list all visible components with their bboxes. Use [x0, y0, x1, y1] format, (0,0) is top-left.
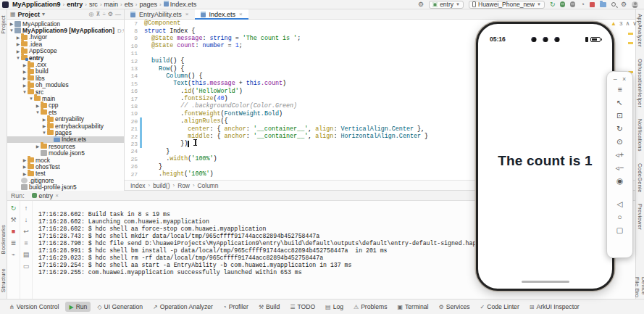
sidebar-item-project[interactable]: Project: [0, 15, 7, 33]
tree-toggle-icon[interactable]: ▶: [15, 49, 21, 54]
tree-item[interactable]: ▶libs: [7, 75, 124, 81]
power-icon[interactable]: ⊙: [616, 138, 623, 146]
scroll-end-icon[interactable]: ≡: [24, 239, 28, 247]
editor-breadcrumb-item[interactable]: Column: [198, 182, 219, 189]
stop-button[interactable]: [590, 2, 595, 7]
tree-item[interactable]: ▶mock: [7, 157, 124, 163]
tab-entryability-ets[interactable]: EntryAbility.ets×: [125, 9, 195, 19]
volume-down-icon[interactable]: ◃−: [616, 164, 624, 172]
sidebar-item-structure[interactable]: Structure: [0, 268, 7, 292]
tree-toggle-icon[interactable]: ▼: [15, 56, 21, 60]
locate-file-icon[interactable]: ◎: [89, 11, 94, 17]
tree-item[interactable]: ▶test: [7, 170, 124, 177]
print-icon[interactable]: ▤: [23, 251, 30, 258]
tool-window-button-services[interactable]: ⚙Services: [435, 302, 473, 312]
rotate-icon[interactable]: ↻: [616, 125, 623, 133]
sidebar-item-obfuscationhelper[interactable]: ObfuscationHelper: [637, 59, 643, 107]
tree-item[interactable]: ▶entryability: [7, 115, 124, 122]
tool-window-button-code-linter[interactable]: ✓Code Linter: [477, 302, 523, 312]
tab-index-ets[interactable]: Index.ets×: [195, 9, 248, 19]
debug-button[interactable]: [560, 1, 565, 7]
tree-item[interactable]: ▶MyApplication: [7, 20, 124, 27]
minimize-icon[interactable]: –: [614, 75, 617, 83]
tree-item[interactable]: ▶cpp: [7, 102, 124, 109]
breadcrumb[interactable]: MyApplication9›entry›src›main›ets›pages›…: [12, 1, 196, 8]
breadcrumb-item[interactable]: src: [89, 1, 98, 8]
tree-toggle-icon[interactable]: ▶: [15, 41, 21, 46]
soft-wrap-icon[interactable]: ↩: [23, 228, 29, 235]
expand-all-icon[interactable]: ÷: [102, 11, 105, 17]
settings-sync-icon[interactable]: ⚙: [418, 1, 424, 8]
sidebar-item-appanalyzer[interactable]: AppAnalyzer: [637, 14, 643, 47]
sidebar-item-bookmarks[interactable]: Bookmarks: [0, 225, 7, 254]
close-icon[interactable]: ×: [55, 192, 59, 199]
tree-item[interactable]: ▼MyApplication9 [MyApplication]D:\huawei…: [7, 27, 124, 33]
tool-window-button-terminal[interactable]: ▣Terminal: [393, 302, 432, 312]
tree-toggle-icon[interactable]: ▶: [41, 123, 47, 128]
inspection-widget[interactable]: ▲ 3 ∧ ∨: [611, 20, 637, 28]
settings-icon[interactable]: ⚙: [621, 1, 627, 8]
run-tab-entry[interactable]: entry ×: [29, 192, 62, 199]
run-configuration-select[interactable]: entry ▼: [429, 1, 464, 9]
pointer-icon[interactable]: ↖: [616, 99, 623, 107]
device-select[interactable]: Huawei_Phone_new ▼: [469, 1, 545, 9]
tree-item[interactable]: ▶.cxx: [7, 61, 124, 67]
scrollbar-warning-mark[interactable]: [628, 33, 633, 35]
device-file-browser-icon[interactable]: [600, 2, 606, 7]
breadcrumb-item[interactable]: ets: [125, 1, 133, 8]
stop-icon[interactable]: ■: [12, 228, 15, 235]
tool-window-button-run[interactable]: ▶Run: [65, 302, 91, 312]
search-everywhere-icon[interactable]: [611, 2, 616, 7]
tree-toggle-icon[interactable]: ▼: [41, 131, 47, 135]
sidebar-item-previewer[interactable]: Previewer: [637, 204, 643, 230]
tree-item[interactable]: ▶AppScope: [7, 48, 124, 54]
tool-window-button-version-control[interactable]: ⋔Version Control: [6, 302, 62, 312]
run-button[interactable]: ↻: [550, 1, 556, 8]
tree-toggle-icon[interactable]: ▶: [9, 21, 14, 26]
collapse-all-icon[interactable]: ⊼: [96, 11, 101, 17]
home-icon[interactable]: ○: [617, 213, 622, 221]
project-panel-title[interactable]: Project: [18, 11, 41, 18]
tree-toggle-icon[interactable]: ▶: [22, 75, 28, 80]
sidebar-item-codegenie[interactable]: CodeGenie: [637, 163, 643, 193]
tree-item[interactable]: .gitignore: [7, 177, 124, 183]
layout-icon[interactable]: ≣: [11, 239, 17, 247]
build-settings-icon[interactable]: ⚒: [10, 216, 16, 223]
screenshot-icon[interactable]: ⊡: [616, 112, 623, 120]
tree-toggle-icon[interactable]: ▶: [22, 83, 28, 88]
close-icon[interactable]: ×: [185, 11, 189, 17]
tree-toggle-icon[interactable]: ▶: [15, 35, 21, 40]
tree-toggle-icon[interactable]: ▶: [35, 103, 41, 108]
avatar[interactable]: [632, 1, 638, 8]
tree-toggle-icon[interactable]: ▼: [35, 110, 41, 115]
tree-item[interactable]: ▼src: [7, 88, 124, 95]
tree-item[interactable]: module.json5: [7, 149, 124, 156]
inject-icon[interactable]: ⌁: [12, 251, 15, 258]
recents-icon[interactable]: ▢: [616, 226, 624, 234]
prev-warning-icon[interactable]: ∧: [625, 20, 630, 27]
tree-toggle-icon[interactable]: ▶: [22, 171, 28, 176]
tool-window-button-todo[interactable]: ☰TODO: [286, 302, 319, 312]
back-icon[interactable]: ◁: [616, 200, 622, 208]
tree-item[interactable]: ▶.hvigor: [7, 34, 124, 41]
fingerprint-icon[interactable]: ◉: [616, 177, 623, 185]
attach-debugger-button[interactable]: [570, 1, 575, 7]
volume-up-icon[interactable]: ◃+: [616, 151, 624, 159]
tree-toggle-icon[interactable]: ▶: [22, 69, 28, 74]
close-icon[interactable]: ×: [622, 75, 626, 83]
tree-toggle-icon[interactable]: ▼: [9, 28, 14, 33]
tree-item[interactable]: ▶build: [7, 68, 124, 75]
tree-item[interactable]: ▼main: [7, 95, 124, 102]
tree-item[interactable]: ▶.idea: [7, 41, 124, 47]
scrollbar-warning-mark[interactable]: [628, 42, 633, 44]
tool-window-button-profiler[interactable]: ◔Profiler: [219, 302, 252, 312]
panel-options-icon[interactable]: ⚙: [108, 11, 113, 17]
down-stack-icon[interactable]: ↓: [25, 216, 28, 223]
tool-window-button-arkui-inspector[interactable]: ⊞ArkUI Inspector: [526, 302, 583, 312]
tool-window-button-ui-generation[interactable]: ◇UI Generation: [93, 302, 146, 312]
editor-breadcrumb-item[interactable]: Index: [130, 182, 146, 189]
tool-window-button-operation-analyzer[interactable]: ↗Operation Analyzer: [149, 302, 217, 312]
up-stack-icon[interactable]: ↑: [25, 204, 28, 212]
breadcrumb-item[interactable]: Index.ets: [164, 1, 197, 8]
tree-item[interactable]: ▶entrybackupability: [7, 123, 124, 129]
